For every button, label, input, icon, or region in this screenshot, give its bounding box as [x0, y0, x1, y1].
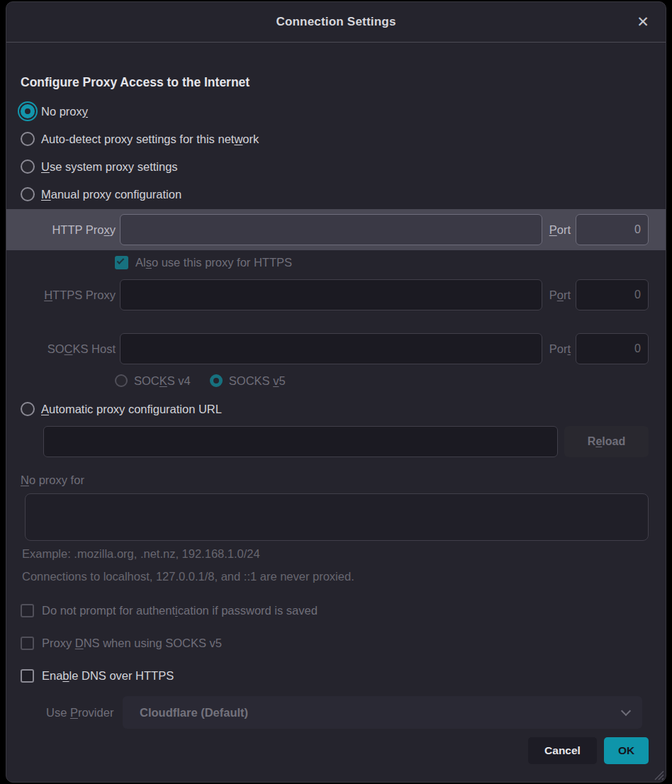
cancel-button[interactable]: Cancel: [528, 737, 597, 764]
provider-dropdown[interactable]: Cloudflare (Default): [123, 696, 642, 729]
radio-label-no-proxy: No proxy: [41, 105, 88, 118]
no-prompt-label: Do not prompt for authentication if pass…: [42, 604, 318, 617]
radio-option-system-proxy[interactable]: Use system proxy settings: [21, 153, 666, 180]
radio-indicator-selected: [21, 104, 35, 118]
https-proxy-input[interactable]: [120, 279, 542, 310]
radio-indicator: [21, 402, 35, 416]
https-proxy-row: HTTPS Proxy Port: [6, 274, 666, 315]
radio-indicator: [21, 187, 35, 201]
socks-port-label: Port: [549, 342, 571, 356]
close-button[interactable]: ✕: [632, 11, 654, 33]
radio-option-manual-proxy[interactable]: Manual proxy configuration: [21, 181, 666, 208]
dialog-titlebar: Connection Settings ✕: [6, 2, 666, 43]
socks-v5-label: SOCKS v5: [229, 374, 286, 388]
connection-settings-dialog: Connection Settings ✕ Configure Proxy Ac…: [6, 1, 666, 783]
proxy-settings-heading: Configure Proxy Access to the Internet: [21, 74, 666, 91]
radio-option-auto-detect[interactable]: Auto-detect proxy settings for this netw…: [21, 125, 666, 152]
auto-config-url-input[interactable]: [43, 426, 558, 457]
hint-localhost: Connections to localhost, 127.0.0.1/8, a…: [22, 570, 666, 583]
radio-socks-v5[interactable]: [210, 374, 223, 387]
socks-host-row: SOCKS Host Port: [6, 328, 666, 369]
reload-button[interactable]: Reload: [564, 426, 649, 457]
close-icon: ✕: [637, 13, 649, 30]
hint-example: Example: .mozilla.org, .net.nz, 192.168.…: [22, 547, 666, 561]
http-port-input[interactable]: [576, 214, 649, 245]
provider-dropdown-value: Cloudflare (Default): [140, 706, 622, 719]
socks-host-label: SOCKS Host: [40, 342, 116, 356]
checkbox-also-https[interactable]: [115, 256, 128, 269]
proxy-dns-label: Proxy DNS when using SOCKS v5: [42, 637, 222, 650]
socks-version-row: SOCKS v4 SOCKS v5: [115, 370, 666, 391]
socks-host-input[interactable]: [120, 333, 542, 364]
radio-indicator: [21, 132, 35, 146]
radio-label-auto-config-url: Automatic proxy configuration URL: [41, 403, 222, 416]
doh-provider-row: Use Provider Cloudflare (Default): [40, 696, 642, 729]
enable-doh-label: Enable DNS over HTTPS: [42, 669, 174, 683]
radio-label-manual-proxy: Manual proxy configuration: [41, 188, 181, 201]
https-port-label: Port: [549, 289, 571, 302]
chevron-down-icon: [621, 705, 631, 715]
page-title: Connection Settings: [276, 15, 396, 29]
radio-socks-v4[interactable]: [115, 374, 128, 387]
http-proxy-row: HTTP Proxy Port: [6, 209, 666, 250]
checkmark-icon: [117, 257, 125, 264]
checkbox-row-no-prompt[interactable]: Do not prompt for authentication if pass…: [21, 600, 666, 621]
radio-option-no-proxy[interactable]: No proxy: [21, 98, 666, 125]
dialog-footer: Cancel OK: [6, 737, 649, 764]
checkbox-row-doh[interactable]: Enable DNS over HTTPS: [21, 665, 666, 686]
radio-label-system-proxy: Use system proxy settings: [41, 160, 178, 174]
socks-port-input[interactable]: [576, 333, 649, 364]
use-provider-label: Use Provider: [40, 706, 117, 719]
checkbox-proxy-dns[interactable]: [21, 637, 34, 650]
also-https-label: Also use this proxy for HTTPS: [135, 256, 292, 269]
auto-config-url-row: Reload: [43, 426, 649, 457]
https-port-input[interactable]: [576, 279, 649, 310]
resize-grip-icon[interactable]: [654, 770, 664, 780]
radio-label-auto-detect: Auto-detect proxy settings for this netw…: [41, 133, 259, 146]
checkbox-row-proxy-dns[interactable]: Proxy DNS when using SOCKS v5: [21, 632, 666, 654]
no-proxy-for-textarea[interactable]: [25, 493, 649, 541]
http-port-label: Port: [549, 223, 571, 237]
radio-option-auto-config-url[interactable]: Automatic proxy configuration URL: [21, 396, 666, 422]
http-proxy-label: HTTP Proxy: [40, 223, 116, 237]
checkbox-enable-doh[interactable]: [21, 669, 34, 683]
also-https-checkbox-row[interactable]: Also use this proxy for HTTPS: [115, 252, 666, 273]
radio-indicator: [21, 159, 35, 174]
checkbox-no-prompt[interactable]: [21, 604, 34, 617]
ok-button[interactable]: OK: [604, 737, 649, 764]
https-proxy-label: HTTPS Proxy: [40, 289, 116, 302]
no-proxy-for-label: No proxy for: [21, 471, 666, 488]
socks-v4-label: SOCKS v4: [134, 374, 191, 388]
reload-button-label: Reload: [588, 435, 625, 448]
http-proxy-input[interactable]: [120, 214, 542, 245]
